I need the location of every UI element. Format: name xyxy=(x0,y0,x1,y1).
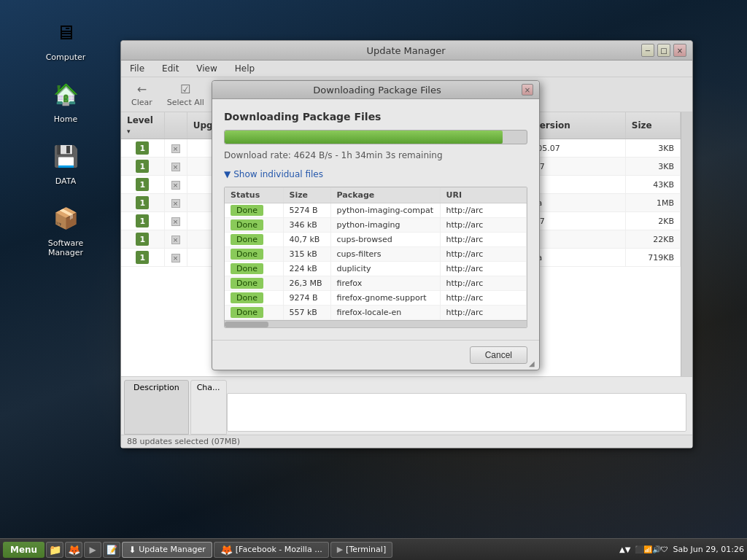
row-close[interactable]: × xyxy=(171,163,180,171)
taskbar-files-button[interactable] xyxy=(46,542,63,558)
triangle-icon: ▼ xyxy=(224,169,231,179)
taskbar-facebook[interactable]: [Facebook - Mozilla ... xyxy=(214,542,329,558)
file-size: 224 kB xyxy=(283,262,330,276)
col-level[interactable]: Level ▾ xyxy=(121,112,164,139)
dialog-heading: Downloading Package Files xyxy=(224,111,527,122)
checkbox-cell: × xyxy=(164,176,187,194)
files-table: Status Size Package URI Done 5274 B pyth… xyxy=(225,187,527,320)
software-manager-icon xyxy=(48,201,83,236)
desktop-icon-data[interactable]: DATA xyxy=(36,139,95,186)
clear-button[interactable]: ← Clear xyxy=(127,80,157,109)
file-uri: http://arc xyxy=(440,276,527,291)
desktop-icons: Computer Home DATA Software Manager xyxy=(36,15,95,257)
description-area: Description Cha... xyxy=(121,376,692,435)
extra-icon: 📝 xyxy=(107,545,117,555)
file-row: Done 26,3 MB firefox http://arc xyxy=(225,276,527,291)
row-close[interactable]: × xyxy=(171,254,180,262)
facebook-firefox-icon xyxy=(220,544,233,556)
home-icon xyxy=(48,77,83,112)
menu-help[interactable]: Help xyxy=(229,62,260,75)
menu-button[interactable]: Menu xyxy=(3,542,44,558)
resize-handle[interactable]: ◢ xyxy=(529,359,538,368)
row-close[interactable]: × xyxy=(171,199,180,208)
level-cell: 1 xyxy=(121,249,164,267)
file-row: Done 315 kB cups-filters http://arc xyxy=(225,247,527,262)
software-manager-label: Software Manager xyxy=(36,238,95,257)
select-all-button[interactable]: ☑ Select All xyxy=(163,80,209,109)
taskbar: Menu ▶ 📝 ⬇ Update Manager [Facebook - Mo… xyxy=(0,538,747,560)
file-status: Done xyxy=(225,203,283,218)
status-done-badge: Done xyxy=(231,307,263,318)
row-close[interactable]: × xyxy=(171,236,180,244)
level-cell: 1 xyxy=(121,158,164,176)
taskbar-terminal[interactable]: [Terminal] xyxy=(330,542,393,558)
file-status: Done xyxy=(225,233,283,247)
files-table-container[interactable]: Status Size Package URI Done 5274 B pyth… xyxy=(224,187,527,328)
clear-icon: ← xyxy=(133,82,150,96)
statusbar: 88 updates selected (07MB) xyxy=(121,435,692,448)
checkbox-cell: × xyxy=(164,212,187,230)
level-cell: 1 xyxy=(121,176,164,194)
dialog-close-button[interactable]: × xyxy=(522,84,533,96)
minimize-button[interactable]: − xyxy=(641,44,654,57)
row-close[interactable]: × xyxy=(171,181,180,190)
menu-view[interactable]: View xyxy=(190,62,222,75)
taskbar-terminal-icon[interactable]: ▶ xyxy=(84,542,101,558)
monitor-icon xyxy=(48,15,83,50)
files-col-size: Size xyxy=(283,187,330,203)
menu-edit[interactable]: Edit xyxy=(156,62,185,75)
desktop-icon-computer[interactable]: Computer xyxy=(36,15,95,62)
menu-file[interactable]: File xyxy=(124,62,150,75)
status-done-badge: Done xyxy=(231,205,263,216)
size-cell: 1MB xyxy=(625,194,680,212)
level-badge: 1 xyxy=(136,178,149,191)
file-package: python-imaging xyxy=(330,218,440,233)
download-dialog: Downloading Package Files × Downloading … xyxy=(212,80,540,370)
window-titlebar: Update Manager − □ × xyxy=(121,41,692,61)
dialog-body: Downloading Package Files Download rate:… xyxy=(212,99,539,340)
checkbox-cell: × xyxy=(164,158,187,176)
file-size: 9274 B xyxy=(283,291,330,306)
show-files-toggle[interactable]: ▼ Show individual files xyxy=(224,169,527,179)
file-size: 26,3 MB xyxy=(283,276,330,291)
file-status: Done xyxy=(225,247,283,262)
horizontal-scrollbar[interactable] xyxy=(225,320,527,327)
data-label: DATA xyxy=(55,176,76,186)
close-button[interactable]: × xyxy=(673,44,686,57)
home-label: Home xyxy=(54,114,77,124)
desktop-icon-home[interactable]: Home xyxy=(36,77,95,124)
row-close[interactable]: × xyxy=(171,144,180,153)
size-cell: 43KB xyxy=(625,176,680,194)
taskbar-update-manager[interactable]: ⬇ Update Manager xyxy=(122,542,212,558)
taskbar-firefox-icon[interactable] xyxy=(65,542,82,558)
tab-changelog[interactable]: Cha... xyxy=(190,380,227,435)
hdd-icon xyxy=(48,139,83,174)
col-size[interactable]: Size xyxy=(625,112,680,139)
checkbox-cell: × xyxy=(164,230,187,249)
file-size: 40,7 kB xyxy=(283,233,330,247)
file-package: cups-filters xyxy=(330,247,440,262)
tab-description[interactable]: Description xyxy=(124,380,189,435)
table-scrollbar[interactable] xyxy=(681,112,692,376)
file-uri: http://arc xyxy=(440,233,527,247)
maximize-button[interactable]: □ xyxy=(657,44,670,57)
files-col-uri: URI xyxy=(440,187,527,203)
level-cell: 1 xyxy=(121,139,164,158)
cancel-button[interactable]: Cancel xyxy=(470,346,527,364)
status-done-badge: Done xyxy=(231,263,263,274)
taskbar-extra-icon[interactable]: 📝 xyxy=(103,542,120,558)
size-cell: 3KB xyxy=(625,158,680,176)
file-uri: http://arc xyxy=(440,262,527,276)
status-done-badge: Done xyxy=(231,249,263,260)
file-uri: http://arc xyxy=(440,218,527,233)
file-row: Done 9274 B firefox-gnome-support http:/… xyxy=(225,291,527,306)
file-row: Done 557 kB firefox-locale-en http://arc xyxy=(225,306,527,320)
file-size: 557 kB xyxy=(283,306,330,320)
level-badge: 1 xyxy=(136,214,149,228)
checkbox-cell: × xyxy=(164,194,187,212)
firefox-icon xyxy=(68,544,80,556)
status-done-badge: Done xyxy=(231,278,263,289)
computer-label: Computer xyxy=(46,52,86,62)
row-close[interactable]: × xyxy=(171,217,180,226)
desktop-icon-software-manager[interactable]: Software Manager xyxy=(36,201,95,257)
